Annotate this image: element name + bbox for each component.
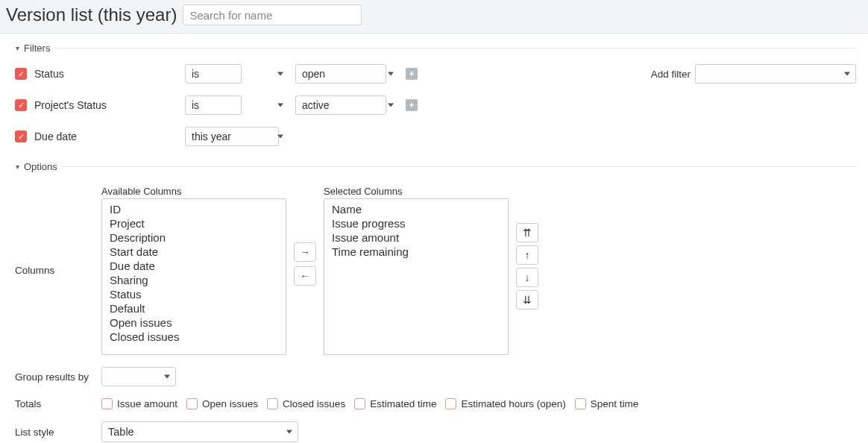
list-item[interactable]: Sharing	[110, 273, 286, 287]
filter-row-status: ✓ Status is open + Add filter	[15, 58, 856, 89]
options-section: ▾ Options Columns Available Columns IDPr…	[12, 160, 856, 443]
arrow-double-up-icon: ⇈	[523, 227, 532, 239]
group-by-row: Group results by	[15, 361, 856, 392]
list-style-select[interactable]: Table	[101, 421, 298, 442]
filter-field-label: Due date	[34, 131, 77, 142]
filter-operator-value: this year	[192, 131, 231, 142]
filter-row-due-date: ✓ Due date this year	[15, 121, 856, 152]
available-columns-caption: Available Columns	[101, 186, 286, 197]
filters-section: ▾ Filters ✓ Status is open + Add filter	[12, 41, 856, 152]
move-down-button[interactable]: ↓	[516, 268, 538, 287]
filter-value-text: open	[302, 68, 325, 80]
section-divider	[12, 166, 856, 167]
totals-row: Totals Issue amountOpen issuesClosed iss…	[15, 392, 856, 415]
chevron-down-icon: ▾	[12, 44, 22, 52]
totals-checkbox[interactable]: Issue amount	[101, 398, 177, 409]
filter-row-project-status: ✓ Project's Status is active +	[15, 89, 856, 121]
options-legend-label: Options	[24, 161, 57, 172]
filter-add-value-status[interactable]: +	[406, 68, 418, 80]
page-title: Version list (this year)	[6, 4, 177, 25]
list-item[interactable]: Start date	[110, 245, 286, 259]
totals-checkbox[interactable]: Open issues	[186, 398, 258, 409]
move-right-button[interactable]: →	[294, 242, 316, 262]
list-item[interactable]: Issue progress	[332, 216, 508, 230]
totals-option-label: Issue amount	[117, 398, 177, 409]
filter-field-label: Project's Status	[34, 99, 107, 111]
list-item[interactable]: Description	[110, 230, 286, 245]
list-item[interactable]: Default	[110, 301, 286, 315]
arrow-right-icon: →	[300, 246, 310, 258]
column-picker: Available Columns IDProjectDescriptionSt…	[101, 186, 856, 355]
add-filter-label: Add filter	[651, 69, 691, 80]
totals-checkbox[interactable]: Closed issues	[267, 398, 345, 409]
totals-option-label: Spent time	[591, 398, 639, 409]
list-item[interactable]: Project	[110, 216, 286, 230]
filter-operator-project-status[interactable]: is	[185, 95, 242, 115]
checkbox-icon	[267, 398, 278, 409]
totals-option-label: Open issues	[202, 398, 258, 409]
columns-label: Columns	[15, 265, 89, 276]
filters-legend-label: Filters	[24, 43, 50, 54]
filter-value-text: active	[302, 99, 330, 111]
list-item[interactable]: Closed issues	[110, 330, 286, 344]
filter-value-status[interactable]: open	[295, 64, 386, 84]
selected-columns-list[interactable]: NameIssue progressIssue amountTime remai…	[324, 198, 509, 355]
totals-checkbox[interactable]: Spent time	[575, 398, 639, 409]
totals-option-label: Estimated hours (open)	[461, 398, 565, 409]
available-columns-list[interactable]: IDProjectDescriptionStart dateDue dateSh…	[101, 198, 286, 355]
add-filter-cell: Add filter	[434, 64, 856, 84]
move-left-button[interactable]: ←	[294, 266, 316, 286]
selected-columns-block: Selected Columns NameIssue progressIssue…	[324, 186, 509, 355]
section-divider	[12, 48, 856, 48]
filter-operator-status[interactable]: is	[185, 64, 242, 84]
filter-check-due-date[interactable]: ✓ Due date	[15, 131, 179, 142]
totals-option-label: Estimated time	[370, 398, 436, 409]
checkbox-icon	[575, 398, 586, 409]
arrow-down-icon: ↓	[525, 271, 530, 283]
list-item[interactable]: Status	[110, 287, 286, 301]
checkmark-icon: ✓	[15, 131, 27, 142]
checkbox-icon	[354, 398, 365, 409]
selected-columns-caption: Selected Columns	[324, 186, 509, 197]
list-item[interactable]: Name	[332, 202, 508, 216]
chevron-down-icon: ▾	[12, 163, 22, 171]
list-item[interactable]: Due date	[110, 259, 286, 273]
totals-option-label: Closed issues	[283, 398, 345, 409]
arrow-left-icon: ←	[300, 270, 310, 282]
filters-body: ✓ Status is open + Add filter	[12, 54, 856, 152]
checkbox-icon	[186, 398, 198, 409]
totals-options: Issue amountOpen issuesClosed issuesEsti…	[101, 398, 856, 409]
move-up-button[interactable]: ↑	[516, 245, 538, 265]
filter-operator-due-date[interactable]: this year	[185, 127, 279, 146]
group-by-label: Group results by	[15, 371, 89, 383]
totals-checkbox[interactable]: Estimated hours (open)	[445, 398, 565, 409]
columns-row: Columns Available Columns IDProjectDescr…	[15, 180, 856, 361]
filter-check-status[interactable]: ✓ Status	[15, 68, 179, 80]
header-bar: Version list (this year)	[0, 0, 868, 34]
filter-add-value-project-status[interactable]: +	[406, 99, 418, 111]
available-columns-block: Available Columns IDProjectDescriptionSt…	[101, 186, 286, 355]
options-toggle[interactable]: ▾ Options	[12, 161, 62, 172]
list-item[interactable]: ID	[110, 202, 286, 216]
list-item[interactable]: Time remaining	[332, 245, 508, 259]
totals-checkbox[interactable]: Estimated time	[354, 398, 436, 409]
search-input[interactable]	[183, 4, 362, 25]
filter-operator-value: is	[192, 68, 199, 80]
options-body: Columns Available Columns IDProjectDescr…	[12, 172, 856, 443]
checkbox-icon	[101, 398, 113, 409]
filters-toggle[interactable]: ▾ Filters	[12, 43, 54, 54]
add-filter-select[interactable]	[695, 64, 856, 84]
list-item[interactable]: Issue amount	[332, 230, 508, 245]
checkmark-icon: ✓	[15, 99, 27, 111]
move-top-button[interactable]: ⇈	[516, 223, 538, 242]
group-by-select[interactable]	[101, 367, 176, 386]
filter-value-project-status[interactable]: active	[295, 95, 386, 115]
move-bottom-button[interactable]: ⇊	[516, 290, 538, 310]
list-item[interactable]: Open issues	[110, 315, 286, 330]
arrow-double-down-icon: ⇊	[523, 294, 532, 306]
column-order-buttons: ⇈ ↑ ↓ ⇊	[516, 223, 538, 310]
checkmark-icon: ✓	[15, 68, 27, 80]
checkbox-icon	[445, 398, 456, 409]
filter-check-project-status[interactable]: ✓ Project's Status	[15, 99, 179, 111]
list-style-row: List style Table	[15, 415, 856, 443]
